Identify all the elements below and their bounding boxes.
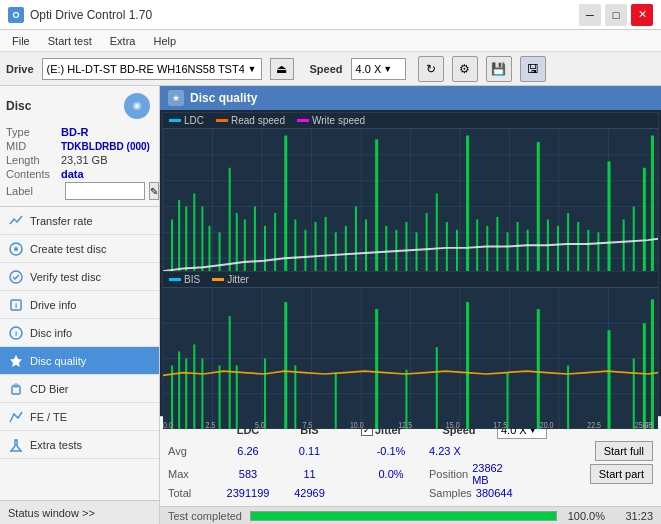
disc-icon <box>121 92 153 120</box>
save-button[interactable]: 🖫 <box>520 56 546 82</box>
bis-legend: BIS <box>169 274 200 285</box>
title-bar: O Opti Drive Control 1.70 ─ □ ✕ <box>0 0 661 30</box>
contents-value: data <box>61 168 84 180</box>
svg-rect-122 <box>193 344 195 429</box>
start-part-button[interactable]: Start part <box>590 464 653 484</box>
nav-items: Transfer rate Create test disc Verify te… <box>0 207 159 500</box>
disc-quality-header: ★ Disc quality <box>160 86 661 110</box>
svg-text:22.5: 22.5 <box>587 418 601 429</box>
extra-tests-icon <box>8 437 24 453</box>
svg-rect-78 <box>643 168 646 284</box>
menu-help[interactable]: Help <box>145 33 184 49</box>
speed-label: Speed <box>310 63 343 75</box>
ldc-legend: LDC <box>169 115 204 126</box>
nav-drive-info[interactable]: i Drive info <box>0 291 159 319</box>
position-label: Position <box>429 468 468 480</box>
disc-quality-icon <box>8 353 24 369</box>
eject-button[interactable]: ⏏ <box>270 58 294 80</box>
menu-file[interactable]: File <box>4 33 38 49</box>
svg-rect-37 <box>229 168 231 284</box>
nav-verify-test-disc[interactable]: Verify test disc <box>0 263 159 291</box>
drive-bar: Drive (E:) HL-DT-ST BD-RE WH16NS58 TST4 … <box>0 52 661 86</box>
nav-disc-info[interactable]: i Disc info <box>0 319 159 347</box>
avg-ldc: 6.26 <box>218 445 278 457</box>
progress-percent: 100.0% <box>565 510 605 522</box>
speed-value: 4.0 X <box>356 63 382 75</box>
drive-label: Drive <box>6 63 34 75</box>
svg-rect-134 <box>466 302 469 429</box>
avg-speed: 4.23 X <box>429 445 489 457</box>
svg-rect-75 <box>607 161 610 284</box>
nav-create-test-disc[interactable]: Create test disc <box>0 235 159 263</box>
maximize-button[interactable]: □ <box>605 4 627 26</box>
menu-bar: File Start test Extra Help <box>0 30 661 52</box>
svg-rect-61 <box>466 135 469 284</box>
close-button[interactable]: ✕ <box>631 4 653 26</box>
ldc-chart-svg: 18X 16X 14X 12X 10X 8X 6X 4X 0.0 2.5 5.0… <box>163 129 658 284</box>
total-label: Total <box>168 487 214 499</box>
speed-selector[interactable]: 4.0 X ▼ <box>351 58 406 80</box>
drive-selector[interactable]: (E:) HL-DT-ST BD-RE WH16NS58 TST4 ▼ <box>42 58 262 80</box>
samples-value: 380644 <box>476 487 513 499</box>
avg-jitter: -0.1% <box>361 445 421 457</box>
main-area: Disc Type BD-R MID TDKBLDRBD (000) Leng <box>0 86 661 524</box>
minimize-button[interactable]: ─ <box>579 4 601 26</box>
svg-rect-79 <box>651 135 654 284</box>
svg-text:GB: GB <box>643 418 653 429</box>
svg-text:0.0: 0.0 <box>163 418 173 429</box>
nav-cd-bier[interactable]: CD Bier <box>0 375 159 403</box>
svg-rect-126 <box>236 366 238 429</box>
nav-disc-quality[interactable]: Disc quality <box>0 347 159 375</box>
nav-verify-test-label: Verify test disc <box>30 271 101 283</box>
svg-rect-133 <box>436 347 438 429</box>
length-value: 23,31 GB <box>61 154 107 166</box>
refresh-button[interactable]: ↻ <box>418 56 444 82</box>
nav-drive-info-label: Drive info <box>30 299 76 311</box>
total-bis: 42969 <box>282 487 337 499</box>
nav-transfer-rate[interactable]: Transfer rate <box>0 207 159 235</box>
drive-info-icon: i <box>8 297 24 313</box>
nav-disc-quality-label: Disc quality <box>30 355 86 367</box>
progress-fill <box>251 512 556 520</box>
menu-extra[interactable]: Extra <box>102 33 144 49</box>
create-test-icon <box>8 241 24 257</box>
app-icon: O <box>8 7 24 23</box>
svg-text:2.5: 2.5 <box>205 418 215 429</box>
avg-bis: 0.11 <box>282 445 337 457</box>
svg-rect-125 <box>229 316 231 429</box>
svg-rect-136 <box>537 309 540 429</box>
disc-info-icon: i <box>8 325 24 341</box>
svg-text:12.5: 12.5 <box>398 418 412 429</box>
svg-point-2 <box>135 104 139 108</box>
total-ldc: 2391199 <box>218 487 278 499</box>
nav-extra-tests[interactable]: Extra tests <box>0 431 159 459</box>
menu-start-test[interactable]: Start test <box>40 33 100 49</box>
settings-button[interactable]: ⚙ <box>452 56 478 82</box>
nav-fe-te[interactable]: FE / TE <box>0 403 159 431</box>
disc-quality-title: Disc quality <box>190 91 257 105</box>
read-legend-dot <box>216 119 228 122</box>
type-key: Type <box>6 126 61 138</box>
type-value: BD-R <box>61 126 89 138</box>
status-window-button[interactable]: Status window >> <box>0 500 159 524</box>
start-full-button[interactable]: Start full <box>595 441 653 461</box>
speed-dropdown-arrow: ▼ <box>383 64 392 74</box>
write-legend: Write speed <box>297 115 365 126</box>
nav-create-test-label: Create test disc <box>30 243 106 255</box>
contents-key: Contents <box>6 168 61 180</box>
label-edit-button[interactable]: ✎ <box>149 182 159 200</box>
mid-key: MID <box>6 140 61 152</box>
mid-value: TDKBLDRBD (000) <box>61 141 150 152</box>
svg-rect-52 <box>375 139 378 284</box>
export-button[interactable]: 💾 <box>486 56 512 82</box>
fe-te-icon <box>8 409 24 425</box>
progress-bar-container: Test completed 100.0% 31:23 <box>160 506 661 524</box>
jitter-legend: Jitter <box>212 274 249 285</box>
ldc-legend-dot <box>169 119 181 122</box>
label-input[interactable] <box>65 182 145 200</box>
svg-rect-141 <box>651 299 654 429</box>
charts-container: LDC Read speed Write speed <box>160 110 661 416</box>
svg-rect-138 <box>607 330 610 429</box>
status-window-label: Status window >> <box>8 507 95 519</box>
svg-marker-10 <box>10 355 22 367</box>
